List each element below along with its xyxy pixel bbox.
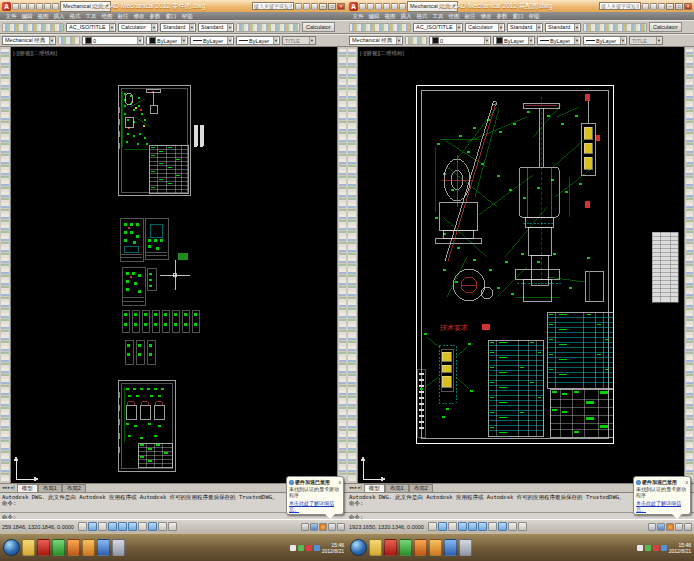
layer-tools-icons[interactable] bbox=[58, 36, 80, 45]
tab-layout1[interactable]: 布局1 bbox=[385, 484, 409, 492]
dimstyle-combo[interactable]: Standard▾ bbox=[507, 23, 543, 32]
draw-toolbar[interactable] bbox=[347, 47, 358, 483]
standard-toolbar-icons[interactable] bbox=[349, 23, 411, 32]
taskbar-browser-icon[interactable] bbox=[414, 539, 427, 556]
taskbar-browser-icon[interactable] bbox=[67, 539, 80, 556]
tray-network-icon[interactable] bbox=[314, 545, 320, 551]
layer-combo[interactable]: 0▾ bbox=[82, 36, 144, 45]
grid-toggle[interactable] bbox=[88, 522, 97, 531]
menu-window[interactable]: 窗口 bbox=[510, 12, 526, 20]
tab-layout2[interactable]: 布局2 bbox=[409, 484, 433, 492]
menu-dimension[interactable]: 标注 bbox=[462, 12, 478, 20]
balloon-link[interactable]: 单击此处了解详细信息。 bbox=[636, 500, 688, 512]
calculator-combo[interactable]: Calculator▾ bbox=[465, 23, 505, 32]
qat-redo-icon[interactable] bbox=[399, 3, 406, 10]
drawing-area[interactable]: [-][俯视][二维线框] bbox=[347, 47, 694, 483]
polar-toggle[interactable] bbox=[458, 522, 467, 531]
autocad-logo-icon[interactable]: A bbox=[2, 2, 11, 11]
ducs-toggle[interactable] bbox=[138, 522, 147, 531]
menu-window[interactable]: 窗口 bbox=[163, 12, 179, 20]
tray-settings-icon[interactable] bbox=[675, 523, 683, 531]
menu-help[interactable]: 帮助 bbox=[526, 12, 542, 20]
search-icon[interactable] bbox=[295, 3, 302, 10]
menu-dimension[interactable]: 标注 bbox=[115, 12, 131, 20]
tray-red-icon[interactable] bbox=[653, 545, 659, 551]
tray-volume-icon[interactable] bbox=[290, 545, 296, 551]
tray-red-icon[interactable] bbox=[306, 545, 312, 551]
ortho-toggle[interactable] bbox=[448, 522, 457, 531]
menu-modify[interactable]: 修改 bbox=[478, 12, 494, 20]
model-space-button[interactable] bbox=[648, 523, 656, 531]
taskbar-gray-app-icon[interactable] bbox=[112, 539, 125, 556]
linetype-combo[interactable]: ByLayer▾ bbox=[190, 36, 234, 45]
taskbar-orange-app-icon[interactable] bbox=[429, 539, 442, 556]
snap-toggle[interactable] bbox=[428, 522, 437, 531]
fullscreen-button[interactable] bbox=[337, 523, 345, 531]
tray-warning-icon[interactable] bbox=[666, 523, 674, 531]
dyn-toggle[interactable] bbox=[498, 522, 507, 531]
grid-toggle[interactable] bbox=[438, 522, 447, 531]
dyn-toggle[interactable] bbox=[148, 522, 157, 531]
start-button[interactable] bbox=[3, 539, 20, 556]
tab-layout2[interactable]: 布局2 bbox=[62, 484, 86, 492]
qat-undo-icon[interactable] bbox=[391, 3, 398, 10]
modify-toolbar[interactable] bbox=[337, 47, 347, 483]
textstyle-standard-combo[interactable]: Standard▾ bbox=[198, 23, 234, 32]
polar-toggle[interactable] bbox=[108, 522, 117, 531]
taskbar-folder-icon[interactable] bbox=[22, 539, 35, 556]
tab-scroll-buttons[interactable]: ◂◂ ▸ ▸| bbox=[347, 484, 364, 492]
menu-modify[interactable]: 修改 bbox=[131, 12, 147, 20]
quickprops-toggle[interactable] bbox=[168, 522, 177, 531]
drawing-area[interactable]: [-][俯视][二维线框] bbox=[0, 47, 347, 483]
color-combo[interactable]: ByLayer▾ bbox=[493, 36, 535, 45]
text-style-combo[interactable]: AC_ISO/TITLE▾ bbox=[66, 23, 116, 32]
menu-insert[interactable]: 插入 bbox=[398, 12, 414, 20]
otrack-toggle[interactable] bbox=[128, 522, 137, 531]
ortho-toggle[interactable] bbox=[98, 522, 107, 531]
tab-layout1[interactable]: 布局1 bbox=[38, 484, 62, 492]
tab-scroll-buttons[interactable]: ◂◂ ▸ ▸| bbox=[0, 484, 17, 492]
cad-canvas-assembly-drawing[interactable]: 技术要求 bbox=[347, 47, 694, 483]
menu-edit[interactable]: 编辑 bbox=[366, 12, 382, 20]
start-button[interactable] bbox=[350, 539, 367, 556]
close-button[interactable]: × bbox=[684, 3, 692, 10]
qat-plot-icon[interactable] bbox=[36, 3, 43, 10]
textstyle-standard-combo[interactable]: Standard▾ bbox=[545, 23, 581, 32]
menu-edit[interactable]: 编辑 bbox=[19, 12, 35, 20]
qat-save-icon[interactable] bbox=[28, 3, 35, 10]
minimize-button[interactable]: – bbox=[666, 3, 674, 10]
viewport-controls[interactable]: [-][俯视][二维线框] bbox=[360, 50, 404, 57]
tray-volume-icon[interactable] bbox=[637, 545, 643, 551]
tab-model[interactable]: 模型 bbox=[364, 484, 385, 492]
qat-redo-icon[interactable] bbox=[52, 3, 59, 10]
taskbar-folder-icon[interactable] bbox=[369, 539, 382, 556]
modify-toolbar-icons[interactable] bbox=[339, 49, 346, 481]
lineweight-combo[interactable]: ByLayer▾ bbox=[236, 36, 280, 45]
taskbar-green-app-icon[interactable] bbox=[399, 539, 412, 556]
quickprops-toggle[interactable] bbox=[518, 522, 527, 531]
menu-format[interactable]: 格式 bbox=[414, 12, 430, 20]
calculator-button[interactable]: Calculator bbox=[649, 22, 682, 32]
tray-green-icon[interactable] bbox=[645, 545, 651, 551]
menu-format[interactable]: 格式 bbox=[67, 12, 83, 20]
infocenter-search-input[interactable] bbox=[252, 2, 294, 10]
infocenter-search-input[interactable] bbox=[599, 2, 641, 10]
calculator-combo[interactable]: Calculator▾ bbox=[118, 23, 158, 32]
tab-model[interactable]: 模型 bbox=[17, 484, 38, 492]
balloon-close-icon[interactable]: x bbox=[686, 480, 689, 485]
tray-settings-icon[interactable] bbox=[328, 523, 336, 531]
modify-toolbar-icons[interactable] bbox=[686, 49, 693, 481]
menu-parametric[interactable]: 参数 bbox=[147, 12, 163, 20]
draw-order-toolbar-icons[interactable] bbox=[583, 23, 647, 32]
lineweight-toggle[interactable] bbox=[508, 522, 517, 531]
tray-green-icon[interactable] bbox=[298, 545, 304, 551]
cad-canvas-parts-drawings[interactable] bbox=[0, 47, 347, 483]
fullscreen-button[interactable] bbox=[684, 523, 692, 531]
model-space-button[interactable] bbox=[301, 523, 309, 531]
tray-network-icon[interactable] bbox=[661, 545, 667, 551]
workspace-combo[interactable]: Mechanical 经典▾ bbox=[2, 36, 56, 45]
taskbar-gray-app-icon[interactable] bbox=[459, 539, 472, 556]
taskbar-green-app-icon[interactable] bbox=[52, 539, 65, 556]
autocad-logo-icon[interactable]: A bbox=[349, 2, 358, 11]
communication-center-icon[interactable] bbox=[650, 3, 657, 10]
